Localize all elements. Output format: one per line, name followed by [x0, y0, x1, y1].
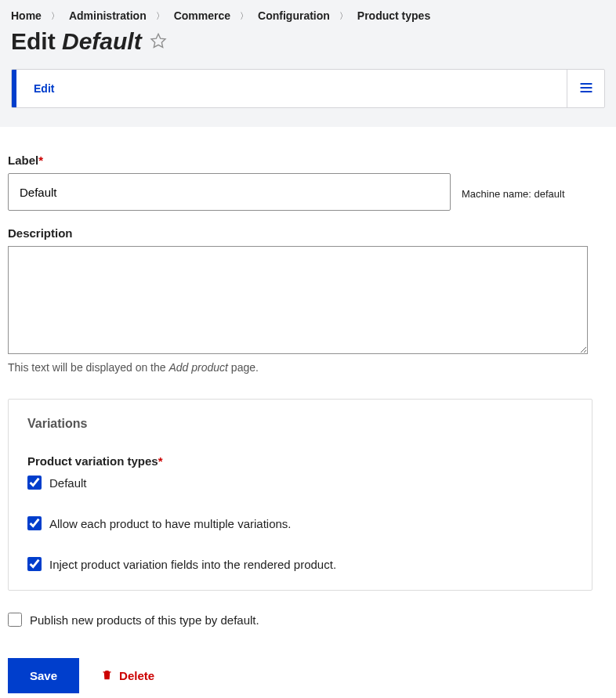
- inject-fields-checkbox[interactable]: [27, 557, 42, 571]
- trash-icon: [101, 669, 113, 683]
- variation-type-default-label: Default: [49, 476, 87, 490]
- label-field-label-text: Label: [8, 154, 38, 167]
- breadcrumb-configuration[interactable]: Configuration: [258, 9, 330, 22]
- help-before: This text will be displayed on the: [8, 361, 168, 374]
- chevron-right-icon: 〉: [51, 10, 60, 22]
- required-marker: *: [158, 454, 163, 468]
- chevron-right-icon: 〉: [240, 10, 248, 22]
- allow-multiple-label: Allow each product to have multiple vari…: [49, 517, 292, 530]
- variation-types-label-text: Product variation types: [27, 454, 158, 468]
- form-content: Label* Machine name: default Description…: [0, 127, 616, 698]
- variations-legend: Variations: [27, 417, 573, 431]
- help-after: page.: [228, 361, 259, 374]
- breadcrumb: Home 〉 Administration 〉 Commerce 〉 Confi…: [11, 9, 605, 22]
- chevron-right-icon: 〉: [339, 10, 348, 22]
- delete-link[interactable]: Delete: [101, 669, 154, 683]
- chevron-right-icon: 〉: [156, 10, 165, 22]
- form-actions: Save Delete: [8, 658, 608, 693]
- inject-fields-label: Inject product variation fields into the…: [49, 558, 336, 571]
- delete-label: Delete: [119, 669, 154, 682]
- allow-multiple-checkbox[interactable]: [27, 516, 42, 530]
- page-title-name: Default: [62, 28, 142, 54]
- description-textarea[interactable]: [8, 246, 588, 354]
- tab-bar: Edit: [11, 69, 605, 108]
- description-label: Description: [8, 226, 608, 240]
- hamburger-icon: [578, 80, 594, 98]
- label-row: Label* Machine name: default: [8, 154, 608, 211]
- variation-type-default-checkbox[interactable]: [27, 476, 42, 490]
- breadcrumb-commerce[interactable]: Commerce: [174, 9, 230, 22]
- label-field-label: Label*: [8, 154, 608, 167]
- description-help: This text will be displayed on the Add p…: [8, 361, 608, 374]
- required-marker: *: [38, 154, 43, 167]
- page-title-prefix: Edit: [11, 28, 56, 54]
- tab-edit[interactable]: Edit: [12, 70, 71, 107]
- svg-marker-0: [151, 34, 165, 47]
- variations-fieldset: Variations Product variation types* Defa…: [8, 399, 592, 591]
- allow-multiple-row: Allow each product to have multiple vari…: [27, 516, 573, 530]
- machine-name-prefix: Machine name:: [462, 188, 531, 200]
- save-button[interactable]: Save: [8, 658, 79, 693]
- header-region: Home 〉 Administration 〉 Commerce 〉 Confi…: [0, 0, 616, 127]
- star-outline-icon[interactable]: [150, 28, 167, 55]
- publish-default-row: Publish new products of this type by def…: [8, 613, 608, 627]
- tab-spacer: [71, 70, 567, 107]
- publish-default-label: Publish new products of this type by def…: [30, 613, 259, 627]
- variation-type-default-row: Default: [27, 476, 573, 490]
- inject-fields-row: Inject product variation fields into the…: [27, 557, 573, 571]
- tab-menu-toggle[interactable]: [567, 70, 604, 107]
- breadcrumb-home[interactable]: Home: [11, 9, 42, 22]
- help-italic: Add product: [168, 361, 228, 374]
- description-row: Description This text will be displayed …: [8, 226, 608, 374]
- machine-name-value: default: [534, 188, 565, 200]
- label-input[interactable]: [8, 173, 451, 211]
- breadcrumb-administration[interactable]: Administration: [69, 9, 147, 22]
- machine-name: Machine name: default: [462, 188, 565, 200]
- breadcrumb-product-types[interactable]: Product types: [357, 9, 430, 22]
- publish-default-checkbox[interactable]: [8, 613, 22, 627]
- variation-types-label: Product variation types*: [27, 454, 573, 468]
- page-title: Edit Default: [11, 28, 605, 55]
